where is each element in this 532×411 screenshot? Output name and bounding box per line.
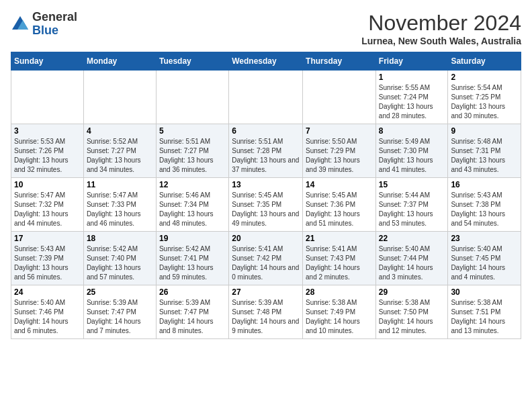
day-info: Sunrise: 5:45 AMSunset: 7:35 PMDaylight:… (232, 191, 300, 228)
day-number: 17 (14, 234, 81, 243)
day-number: 3 (14, 126, 81, 136)
day-info: Sunrise: 5:53 AMSunset: 7:26 PMDaylight:… (14, 137, 81, 175)
weekday-header: Sunday (11, 52, 84, 71)
day-number: 7 (306, 126, 373, 136)
day-number: 25 (87, 287, 153, 297)
day-number: 19 (159, 234, 226, 243)
calendar-cell: 17Sunrise: 5:43 AMSunset: 7:39 PMDayligh… (11, 232, 84, 285)
day-number: 4 (87, 126, 153, 136)
day-info: Sunrise: 5:45 AMSunset: 7:36 PMDaylight:… (306, 191, 373, 228)
day-number: 12 (159, 180, 226, 189)
day-number: 27 (232, 287, 300, 297)
day-info: Sunrise: 5:41 AMSunset: 7:42 PMDaylight:… (232, 244, 300, 282)
day-info: Sunrise: 5:51 AMSunset: 7:27 PMDaylight:… (159, 137, 226, 175)
day-info: Sunrise: 5:51 AMSunset: 7:28 PMDaylight:… (232, 137, 300, 175)
logo-blue-text: Blue (32, 24, 58, 37)
month-title: November 2024 (361, 11, 521, 36)
day-info: Sunrise: 5:43 AMSunset: 7:38 PMDaylight:… (451, 191, 518, 228)
calendar-cell: 12Sunrise: 5:46 AMSunset: 7:34 PMDayligh… (156, 178, 228, 232)
day-info: Sunrise: 5:47 AMSunset: 7:33 PMDaylight:… (87, 191, 153, 228)
title-block: November 2024 Lurnea, New South Wales, A… (361, 11, 521, 46)
calendar-cell: 18Sunrise: 5:42 AMSunset: 7:40 PMDayligh… (83, 232, 156, 285)
weekday-header: Saturday (448, 52, 521, 71)
day-info: Sunrise: 5:40 AMSunset: 7:44 PMDaylight:… (379, 244, 445, 282)
day-info: Sunrise: 5:46 AMSunset: 7:34 PMDaylight:… (159, 191, 226, 228)
calendar-week-row: 10Sunrise: 5:47 AMSunset: 7:32 PMDayligh… (11, 178, 521, 232)
weekday-header: Monday (83, 52, 156, 71)
calendar-cell: 30Sunrise: 5:38 AMSunset: 7:51 PMDayligh… (448, 285, 521, 339)
day-number: 28 (306, 287, 373, 297)
calendar-cell: 11Sunrise: 5:47 AMSunset: 7:33 PMDayligh… (83, 178, 156, 232)
day-info: Sunrise: 5:39 AMSunset: 7:47 PMDaylight:… (159, 298, 226, 336)
day-number: 1 (379, 73, 445, 82)
day-number: 23 (451, 234, 518, 243)
calendar-cell: 6Sunrise: 5:51 AMSunset: 7:28 PMDaylight… (229, 124, 303, 178)
calendar-cell: 16Sunrise: 5:43 AMSunset: 7:38 PMDayligh… (448, 178, 521, 232)
calendar-cell: 25Sunrise: 5:39 AMSunset: 7:47 PMDayligh… (83, 285, 156, 339)
calendar-cell: 23Sunrise: 5:40 AMSunset: 7:45 PMDayligh… (448, 232, 521, 285)
calendar-cell: 28Sunrise: 5:38 AMSunset: 7:49 PMDayligh… (303, 285, 376, 339)
weekday-header: Thursday (303, 52, 376, 71)
calendar-week-row: 1Sunrise: 5:55 AMSunset: 7:24 PMDaylight… (11, 71, 521, 124)
calendar-cell: 8Sunrise: 5:49 AMSunset: 7:30 PMDaylight… (375, 124, 448, 178)
day-number: 13 (232, 180, 300, 189)
weekday-header: Tuesday (156, 52, 228, 71)
calendar-header-row: SundayMondayTuesdayWednesdayThursdayFrid… (11, 52, 521, 71)
calendar-cell: 3Sunrise: 5:53 AMSunset: 7:26 PMDaylight… (11, 124, 84, 178)
day-number: 5 (159, 126, 226, 136)
weekday-header: Friday (375, 52, 448, 71)
day-info: Sunrise: 5:40 AMSunset: 7:46 PMDaylight:… (14, 298, 81, 336)
day-number: 20 (232, 234, 300, 243)
day-number: 29 (379, 287, 445, 297)
calendar-cell (229, 71, 303, 124)
day-number: 9 (451, 126, 518, 136)
calendar-cell (156, 71, 228, 124)
day-info: Sunrise: 5:39 AMSunset: 7:48 PMDaylight:… (232, 298, 300, 336)
calendar-week-row: 3Sunrise: 5:53 AMSunset: 7:26 PMDaylight… (11, 124, 521, 178)
calendar-cell: 20Sunrise: 5:41 AMSunset: 7:42 PMDayligh… (229, 232, 303, 285)
day-number: 18 (87, 234, 153, 243)
calendar-cell: 9Sunrise: 5:48 AMSunset: 7:31 PMDaylight… (448, 124, 521, 178)
calendar-cell: 19Sunrise: 5:42 AMSunset: 7:41 PMDayligh… (156, 232, 228, 285)
calendar-cell: 21Sunrise: 5:41 AMSunset: 7:43 PMDayligh… (303, 232, 376, 285)
day-number: 30 (451, 287, 518, 297)
day-info: Sunrise: 5:44 AMSunset: 7:37 PMDaylight:… (379, 191, 445, 228)
calendar-cell: 10Sunrise: 5:47 AMSunset: 7:32 PMDayligh… (11, 178, 84, 232)
calendar-cell: 5Sunrise: 5:51 AMSunset: 7:27 PMDaylight… (156, 124, 228, 178)
calendar-cell: 27Sunrise: 5:39 AMSunset: 7:48 PMDayligh… (229, 285, 303, 339)
calendar-cell (11, 71, 84, 124)
calendar-cell: 29Sunrise: 5:38 AMSunset: 7:50 PMDayligh… (375, 285, 448, 339)
logo-general-text: General (32, 10, 77, 24)
calendar-cell: 1Sunrise: 5:55 AMSunset: 7:24 PMDaylight… (375, 71, 448, 124)
logo: General Blue (11, 11, 77, 38)
calendar-cell: 14Sunrise: 5:45 AMSunset: 7:36 PMDayligh… (303, 178, 376, 232)
day-number: 10 (14, 180, 81, 189)
calendar-cell: 7Sunrise: 5:50 AMSunset: 7:29 PMDaylight… (303, 124, 376, 178)
day-info: Sunrise: 5:42 AMSunset: 7:40 PMDaylight:… (87, 244, 153, 282)
calendar-cell: 2Sunrise: 5:54 AMSunset: 7:25 PMDaylight… (448, 71, 521, 124)
day-info: Sunrise: 5:42 AMSunset: 7:41 PMDaylight:… (159, 244, 226, 282)
day-number: 26 (159, 287, 226, 297)
day-info: Sunrise: 5:47 AMSunset: 7:32 PMDaylight:… (14, 191, 81, 228)
day-number: 21 (306, 234, 373, 243)
day-number: 16 (451, 180, 518, 189)
day-number: 14 (306, 180, 373, 189)
day-info: Sunrise: 5:55 AMSunset: 7:24 PMDaylight:… (379, 83, 445, 121)
day-info: Sunrise: 5:48 AMSunset: 7:31 PMDaylight:… (451, 137, 518, 175)
calendar-cell: 24Sunrise: 5:40 AMSunset: 7:46 PMDayligh… (11, 285, 84, 339)
day-info: Sunrise: 5:54 AMSunset: 7:25 PMDaylight:… (451, 83, 518, 121)
weekday-header: Wednesday (229, 52, 303, 71)
day-info: Sunrise: 5:38 AMSunset: 7:50 PMDaylight:… (379, 298, 445, 336)
day-info: Sunrise: 5:39 AMSunset: 7:47 PMDaylight:… (87, 298, 153, 336)
day-number: 22 (379, 234, 445, 243)
page-header: General Blue November 2024 Lurnea, New S… (11, 11, 521, 46)
day-info: Sunrise: 5:38 AMSunset: 7:51 PMDaylight:… (451, 298, 518, 336)
day-info: Sunrise: 5:38 AMSunset: 7:49 PMDaylight:… (306, 298, 373, 336)
calendar-cell: 26Sunrise: 5:39 AMSunset: 7:47 PMDayligh… (156, 285, 228, 339)
calendar-cell (303, 71, 376, 124)
calendar-week-row: 17Sunrise: 5:43 AMSunset: 7:39 PMDayligh… (11, 232, 521, 285)
calendar-table: SundayMondayTuesdayWednesdayThursdayFrid… (11, 52, 521, 339)
location: Lurnea, New South Wales, Australia (361, 36, 521, 46)
day-info: Sunrise: 5:43 AMSunset: 7:39 PMDaylight:… (14, 244, 81, 282)
calendar-cell (83, 71, 156, 124)
